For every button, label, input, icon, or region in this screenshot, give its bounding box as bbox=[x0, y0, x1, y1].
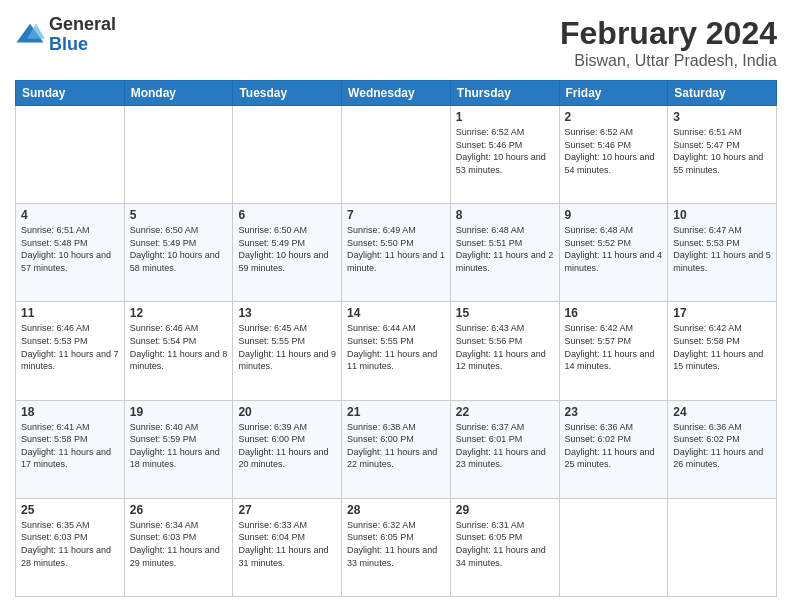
day-number: 11 bbox=[21, 306, 119, 320]
calendar-cell: 20Sunrise: 6:39 AM Sunset: 6:00 PM Dayli… bbox=[233, 400, 342, 498]
day-number: 20 bbox=[238, 405, 336, 419]
day-info: Sunrise: 6:46 AM Sunset: 5:53 PM Dayligh… bbox=[21, 322, 119, 372]
calendar-week-1: 1Sunrise: 6:52 AM Sunset: 5:46 PM Daylig… bbox=[16, 106, 777, 204]
day-info: Sunrise: 6:33 AM Sunset: 6:04 PM Dayligh… bbox=[238, 519, 336, 569]
calendar-cell: 6Sunrise: 6:50 AM Sunset: 5:49 PM Daylig… bbox=[233, 204, 342, 302]
calendar-cell: 13Sunrise: 6:45 AM Sunset: 5:55 PM Dayli… bbox=[233, 302, 342, 400]
day-number: 7 bbox=[347, 208, 445, 222]
day-number: 1 bbox=[456, 110, 554, 124]
day-info: Sunrise: 6:42 AM Sunset: 5:58 PM Dayligh… bbox=[673, 322, 771, 372]
day-header-sunday: Sunday bbox=[16, 81, 125, 106]
day-header-tuesday: Tuesday bbox=[233, 81, 342, 106]
calendar-cell: 23Sunrise: 6:36 AM Sunset: 6:02 PM Dayli… bbox=[559, 400, 668, 498]
day-number: 5 bbox=[130, 208, 228, 222]
day-info: Sunrise: 6:45 AM Sunset: 5:55 PM Dayligh… bbox=[238, 322, 336, 372]
logo-blue: Blue bbox=[49, 35, 116, 55]
day-info: Sunrise: 6:37 AM Sunset: 6:01 PM Dayligh… bbox=[456, 421, 554, 471]
calendar-cell: 25Sunrise: 6:35 AM Sunset: 6:03 PM Dayli… bbox=[16, 498, 125, 596]
day-info: Sunrise: 6:38 AM Sunset: 6:00 PM Dayligh… bbox=[347, 421, 445, 471]
day-info: Sunrise: 6:36 AM Sunset: 6:02 PM Dayligh… bbox=[673, 421, 771, 471]
calendar-cell: 2Sunrise: 6:52 AM Sunset: 5:46 PM Daylig… bbox=[559, 106, 668, 204]
calendar-week-5: 25Sunrise: 6:35 AM Sunset: 6:03 PM Dayli… bbox=[16, 498, 777, 596]
day-info: Sunrise: 6:32 AM Sunset: 6:05 PM Dayligh… bbox=[347, 519, 445, 569]
day-info: Sunrise: 6:36 AM Sunset: 6:02 PM Dayligh… bbox=[565, 421, 663, 471]
day-info: Sunrise: 6:48 AM Sunset: 5:52 PM Dayligh… bbox=[565, 224, 663, 274]
day-info: Sunrise: 6:43 AM Sunset: 5:56 PM Dayligh… bbox=[456, 322, 554, 372]
calendar-cell: 3Sunrise: 6:51 AM Sunset: 5:47 PM Daylig… bbox=[668, 106, 777, 204]
day-number: 3 bbox=[673, 110, 771, 124]
subtitle: Biswan, Uttar Pradesh, India bbox=[560, 52, 777, 70]
day-info: Sunrise: 6:31 AM Sunset: 6:05 PM Dayligh… bbox=[456, 519, 554, 569]
logo-icon bbox=[15, 20, 45, 50]
calendar-cell bbox=[342, 106, 451, 204]
day-header-saturday: Saturday bbox=[668, 81, 777, 106]
calendar-cell: 9Sunrise: 6:48 AM Sunset: 5:52 PM Daylig… bbox=[559, 204, 668, 302]
day-info: Sunrise: 6:49 AM Sunset: 5:50 PM Dayligh… bbox=[347, 224, 445, 274]
day-info: Sunrise: 6:52 AM Sunset: 5:46 PM Dayligh… bbox=[456, 126, 554, 176]
day-header-monday: Monday bbox=[124, 81, 233, 106]
day-number: 15 bbox=[456, 306, 554, 320]
day-number: 26 bbox=[130, 503, 228, 517]
day-info: Sunrise: 6:34 AM Sunset: 6:03 PM Dayligh… bbox=[130, 519, 228, 569]
day-info: Sunrise: 6:35 AM Sunset: 6:03 PM Dayligh… bbox=[21, 519, 119, 569]
day-info: Sunrise: 6:42 AM Sunset: 5:57 PM Dayligh… bbox=[565, 322, 663, 372]
calendar-cell: 4Sunrise: 6:51 AM Sunset: 5:48 PM Daylig… bbox=[16, 204, 125, 302]
day-number: 19 bbox=[130, 405, 228, 419]
calendar-cell: 22Sunrise: 6:37 AM Sunset: 6:01 PM Dayli… bbox=[450, 400, 559, 498]
day-info: Sunrise: 6:40 AM Sunset: 5:59 PM Dayligh… bbox=[130, 421, 228, 471]
calendar-cell: 17Sunrise: 6:42 AM Sunset: 5:58 PM Dayli… bbox=[668, 302, 777, 400]
day-info: Sunrise: 6:47 AM Sunset: 5:53 PM Dayligh… bbox=[673, 224, 771, 274]
day-header-thursday: Thursday bbox=[450, 81, 559, 106]
day-number: 21 bbox=[347, 405, 445, 419]
calendar-cell: 24Sunrise: 6:36 AM Sunset: 6:02 PM Dayli… bbox=[668, 400, 777, 498]
calendar-cell: 21Sunrise: 6:38 AM Sunset: 6:00 PM Dayli… bbox=[342, 400, 451, 498]
calendar-cell: 14Sunrise: 6:44 AM Sunset: 5:55 PM Dayli… bbox=[342, 302, 451, 400]
calendar-table: SundayMondayTuesdayWednesdayThursdayFrid… bbox=[15, 80, 777, 597]
calendar-cell: 8Sunrise: 6:48 AM Sunset: 5:51 PM Daylig… bbox=[450, 204, 559, 302]
day-number: 23 bbox=[565, 405, 663, 419]
title-block: February 2024 Biswan, Uttar Pradesh, Ind… bbox=[560, 15, 777, 70]
day-number: 25 bbox=[21, 503, 119, 517]
day-number: 4 bbox=[21, 208, 119, 222]
day-info: Sunrise: 6:51 AM Sunset: 5:47 PM Dayligh… bbox=[673, 126, 771, 176]
day-info: Sunrise: 6:51 AM Sunset: 5:48 PM Dayligh… bbox=[21, 224, 119, 274]
day-number: 22 bbox=[456, 405, 554, 419]
day-number: 17 bbox=[673, 306, 771, 320]
calendar-cell: 26Sunrise: 6:34 AM Sunset: 6:03 PM Dayli… bbox=[124, 498, 233, 596]
main-title: February 2024 bbox=[560, 15, 777, 52]
calendar-cell bbox=[124, 106, 233, 204]
day-number: 16 bbox=[565, 306, 663, 320]
day-number: 6 bbox=[238, 208, 336, 222]
day-header-wednesday: Wednesday bbox=[342, 81, 451, 106]
calendar-cell: 19Sunrise: 6:40 AM Sunset: 5:59 PM Dayli… bbox=[124, 400, 233, 498]
calendar-header-row: SundayMondayTuesdayWednesdayThursdayFrid… bbox=[16, 81, 777, 106]
calendar-cell: 16Sunrise: 6:42 AM Sunset: 5:57 PM Dayli… bbox=[559, 302, 668, 400]
logo: General Blue bbox=[15, 15, 116, 55]
day-number: 27 bbox=[238, 503, 336, 517]
calendar-cell: 7Sunrise: 6:49 AM Sunset: 5:50 PM Daylig… bbox=[342, 204, 451, 302]
day-number: 12 bbox=[130, 306, 228, 320]
calendar-cell: 10Sunrise: 6:47 AM Sunset: 5:53 PM Dayli… bbox=[668, 204, 777, 302]
day-info: Sunrise: 6:39 AM Sunset: 6:00 PM Dayligh… bbox=[238, 421, 336, 471]
logo-general: General bbox=[49, 15, 116, 35]
day-info: Sunrise: 6:52 AM Sunset: 5:46 PM Dayligh… bbox=[565, 126, 663, 176]
calendar-cell: 15Sunrise: 6:43 AM Sunset: 5:56 PM Dayli… bbox=[450, 302, 559, 400]
day-number: 18 bbox=[21, 405, 119, 419]
day-number: 2 bbox=[565, 110, 663, 124]
calendar-cell: 12Sunrise: 6:46 AM Sunset: 5:54 PM Dayli… bbox=[124, 302, 233, 400]
calendar-cell bbox=[668, 498, 777, 596]
day-number: 24 bbox=[673, 405, 771, 419]
day-number: 9 bbox=[565, 208, 663, 222]
calendar-cell: 27Sunrise: 6:33 AM Sunset: 6:04 PM Dayli… bbox=[233, 498, 342, 596]
day-number: 28 bbox=[347, 503, 445, 517]
calendar-cell: 18Sunrise: 6:41 AM Sunset: 5:58 PM Dayli… bbox=[16, 400, 125, 498]
calendar-cell: 1Sunrise: 6:52 AM Sunset: 5:46 PM Daylig… bbox=[450, 106, 559, 204]
calendar-week-4: 18Sunrise: 6:41 AM Sunset: 5:58 PM Dayli… bbox=[16, 400, 777, 498]
day-info: Sunrise: 6:50 AM Sunset: 5:49 PM Dayligh… bbox=[130, 224, 228, 274]
day-number: 8 bbox=[456, 208, 554, 222]
logo-text: General Blue bbox=[49, 15, 116, 55]
day-number: 29 bbox=[456, 503, 554, 517]
day-header-friday: Friday bbox=[559, 81, 668, 106]
page: General Blue February 2024 Biswan, Uttar… bbox=[0, 0, 792, 612]
calendar-cell: 5Sunrise: 6:50 AM Sunset: 5:49 PM Daylig… bbox=[124, 204, 233, 302]
